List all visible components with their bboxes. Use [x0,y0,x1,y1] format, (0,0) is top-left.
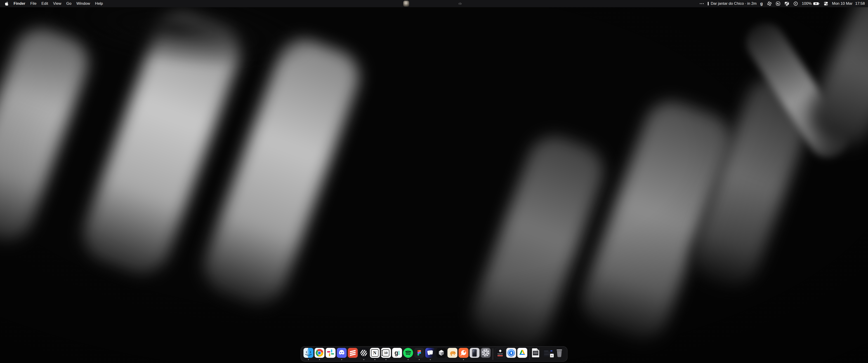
system-settings-icon [480,348,491,358]
calendar-event-item[interactable]: Dar jantar do Chico · in 2m [708,1,756,6]
notch-media-widget [400,0,466,7]
one-password-icon[interactable] [793,1,798,6]
dock-item-slack[interactable] [325,348,336,361]
date-text: Mon 10 Mar [832,1,852,6]
spotify-icon [403,348,413,358]
audio-visualizer-icon [459,2,462,5]
dock-separator [493,349,493,360]
dock-item-discord[interactable] [336,348,347,361]
raycast-icon: raycast [495,348,505,358]
desktop-wallpaper [0,0,868,363]
time-text: 17:58 [855,1,865,6]
discord-icon [337,348,346,358]
dock-item-spotify[interactable] [403,348,414,361]
google-chrome-icon [314,348,324,358]
todoist-icon [348,348,358,358]
dock-item-cube-3d-app[interactable] [436,348,447,361]
postman-icon [458,348,468,358]
control-center-icon[interactable] [824,1,829,6]
menu-window[interactable]: Window [74,0,92,7]
gear-icon[interactable] [767,1,772,6]
dock-item-one-password[interactable] [506,348,517,361]
menu-bar-clock[interactable]: Mon 10 Mar 17:58 [832,1,865,6]
iphone-mirroring-icon [469,348,479,358]
document-file-icon [532,348,542,358]
dock-item-google-chrome[interactable] [314,348,325,361]
dock-separator [529,349,530,360]
menu-file[interactable]: File [28,0,39,7]
minimized-window-thumbnail: 11 [543,348,553,358]
capture-app-icon[interactable] [776,1,780,6]
dock-item-craft[interactable] [425,348,436,361]
battery-charging-icon [813,2,820,5]
cube-3d-app-icon [436,348,446,358]
notion-calendar-icon: 10 [381,348,391,358]
album-art-thumbnail[interactable] [403,1,409,6]
dock-item-google-drive[interactable] [517,348,528,361]
dock-item-raycast[interactable]: raycast [495,348,506,361]
one-password-app-icon [506,348,516,358]
menu-go[interactable]: Go [64,0,74,7]
desktop: Finder File Edit View Go Window Help Dar… [0,0,868,363]
menu-bar-status-area: Dar jantar do Chico · in 2m g [700,1,868,6]
event-color-bar [708,2,709,5]
figma-icon [414,348,424,358]
slack-icon [326,348,336,358]
menu-bar-left: Finder File Edit View Go Window Help [0,0,105,7]
grammarly-desktop-icon: g [392,348,402,358]
dock-item-notion-calendar[interactable]: 10 [380,348,392,361]
dock-item-postico[interactable] [447,348,458,361]
craft-icon [425,348,435,358]
apple-menu-icon[interactable] [5,2,8,6]
trash-icon [555,348,564,358]
dock-item-notion[interactable]: N [369,348,380,361]
event-title: Dar jantar do Chico · in 2m [711,1,756,6]
dock-item-grammarly[interactable]: g [392,348,403,361]
dock-item-iphone-mirroring[interactable] [469,348,480,361]
notion-icon: N [370,348,380,358]
dock-item-document-file[interactable] [531,348,542,361]
dock-item-figma[interactable] [414,348,425,361]
app-menu-finder[interactable]: Finder [11,0,28,7]
postico-elephant-icon [447,348,457,358]
finder-icon [303,348,313,358]
dock: N 10 g [301,346,567,362]
dock-item-linear[interactable] [358,348,369,361]
menu-help[interactable]: Help [92,0,105,7]
menu-view[interactable]: View [51,0,64,7]
menu-edit[interactable]: Edit [39,0,51,7]
dock-item-trash[interactable] [554,348,565,361]
dock-item-system-settings[interactable] [480,348,491,361]
display-icon[interactable] [784,1,789,6]
battery-status[interactable]: 100% [802,1,819,6]
grammarly-icon[interactable]: g [760,1,763,6]
wallpaper-vignette [0,0,868,363]
dock-item-postman[interactable] [458,348,469,361]
hidden-items-ellipsis-icon[interactable] [700,3,704,4]
dock-item-minimized-window[interactable]: 11 [542,348,554,361]
linear-icon [359,348,369,358]
dock-item-finder[interactable] [303,348,314,361]
dock-item-todoist[interactable] [347,348,358,361]
google-drive-icon [518,348,527,358]
battery-percent: 100% [802,1,811,6]
